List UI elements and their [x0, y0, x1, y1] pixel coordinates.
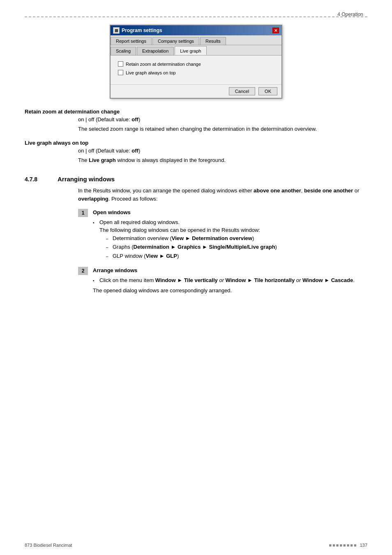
checkbox-retain-zoom[interactable]: [118, 61, 123, 67]
live-graph-desc: The Live graph window is always displaye…: [78, 156, 367, 164]
checkbox-live-graph-row: Live graph always on top: [118, 70, 274, 75]
section-retain-zoom: Retain zoom at determination change on |…: [25, 109, 367, 133]
dash-item-3: GLP window (View ► GLP): [106, 252, 367, 260]
section-live-graph-heading: Live graph always on top: [25, 140, 367, 146]
tab-company-settings[interactable]: Company settings: [152, 37, 199, 45]
page-footer: 873 Biodiesel Rancimat ■■■■■■■■ 137: [25, 543, 367, 548]
chapter-4-7-8-heading: 4.7.8 Arranging windows: [25, 176, 367, 183]
footer-right: ■■■■■■■■ 137: [329, 543, 367, 548]
chapter-number: 4.7.8: [25, 176, 49, 183]
checkbox-retain-zoom-label: Retain zoom at determination change: [126, 62, 201, 67]
step-2-content: Arrange windows Click on the menu item W…: [93, 266, 367, 295]
section-live-graph: Live graph always on top on | off (Defau…: [25, 140, 367, 164]
tab-results[interactable]: Results: [200, 37, 226, 45]
step-2-number: 2: [78, 267, 88, 275]
step-1-box: 1 Open windows Open all required dialog …: [78, 208, 367, 261]
live-graph-on-off: on | off (Default value: off): [78, 148, 367, 154]
checkbox-live-graph[interactable]: [118, 70, 123, 75]
footer-product-name: 873 Biodiesel Rancimat: [25, 543, 72, 548]
checkbox-live-graph-label: Live graph always on top: [126, 70, 176, 75]
retain-zoom-on-off: on | off (Default value: off): [78, 116, 367, 123]
step-1-bullet-1: Open all required dialog windows. The fo…: [93, 218, 367, 260]
dialog-footer: Cancel OK: [111, 84, 281, 98]
dialog-container: ▦ Program settings ✕ Report settings Com…: [25, 25, 367, 99]
step-2-title: Arrange windows: [93, 266, 367, 275]
step-1-bullets: Open all required dialog windows. The fo…: [93, 218, 367, 260]
dialog-title-text: Program settings: [122, 28, 162, 33]
dialog-title-left: ▦ Program settings: [113, 27, 162, 34]
dialog-app-icon: ▦: [113, 27, 120, 34]
step-2-bullet-1: Click on the menu item Window ► Tile ver…: [93, 276, 367, 284]
page-number: 137: [360, 543, 367, 548]
dialog-close-button[interactable]: ✕: [272, 28, 279, 33]
dialog-titlebar: ▦ Program settings ✕: [111, 25, 281, 35]
chapter-title: Arranging windows: [58, 176, 115, 183]
tab-live-graph[interactable]: Live graph: [175, 46, 206, 55]
section-retain-zoom-heading: Retain zoom at determination change: [25, 109, 367, 115]
tab-scaling[interactable]: Scaling: [111, 47, 136, 55]
tab-report-settings[interactable]: Report settings: [111, 37, 152, 45]
step-1-content: Open windows Open all required dialog wi…: [93, 208, 367, 261]
tab-extrapolation[interactable]: Extrapolation: [137, 47, 174, 55]
main-content: ▦ Program settings ✕ Report settings Com…: [25, 25, 367, 539]
dash-item-2: Graphs (Determination ► Graphics ► Singl…: [106, 243, 367, 251]
retain-zoom-indent: on | off (Default value: off) The select…: [78, 116, 367, 133]
dialog-tabs-row2: Scaling Extrapolation Live graph: [111, 45, 281, 56]
chapter-intro: In the Results window, you can arrange t…: [78, 187, 367, 203]
dialog-body: Retain zoom at determination change Live…: [111, 56, 281, 84]
dialog-tabs-row1: Report settings Company settings Results: [111, 35, 281, 45]
cancel-button[interactable]: Cancel: [229, 87, 255, 95]
checkbox-retain-zoom-row: Retain zoom at determination change: [118, 61, 274, 67]
retain-zoom-desc: The selected zoom range is retained when…: [78, 125, 367, 133]
ok-button[interactable]: OK: [258, 87, 277, 95]
step-2-after: The opened dialog windows are correspond…: [93, 287, 367, 295]
step-1-title: Open windows: [93, 208, 367, 217]
program-settings-dialog: ▦ Program settings ✕ Report settings Com…: [110, 25, 282, 99]
step-1-number: 1: [78, 209, 88, 217]
footer-dashes: ■■■■■■■■: [329, 543, 357, 548]
chapter-body: In the Results window, you can arrange t…: [78, 187, 367, 295]
step-2-box: 2 Arrange windows Click on the menu item…: [78, 266, 367, 295]
page-header: 4 Operation: [337, 12, 363, 17]
dash-item-1: Determination overview (View ► Determina…: [106, 234, 367, 243]
live-graph-indent: on | off (Default value: off) The Live g…: [78, 148, 367, 164]
step-2-bullets: Click on the menu item Window ► Tile ver…: [93, 276, 367, 284]
top-separator: [25, 16, 367, 17]
step-1-dash-list: Determination overview (View ► Determina…: [106, 234, 367, 260]
